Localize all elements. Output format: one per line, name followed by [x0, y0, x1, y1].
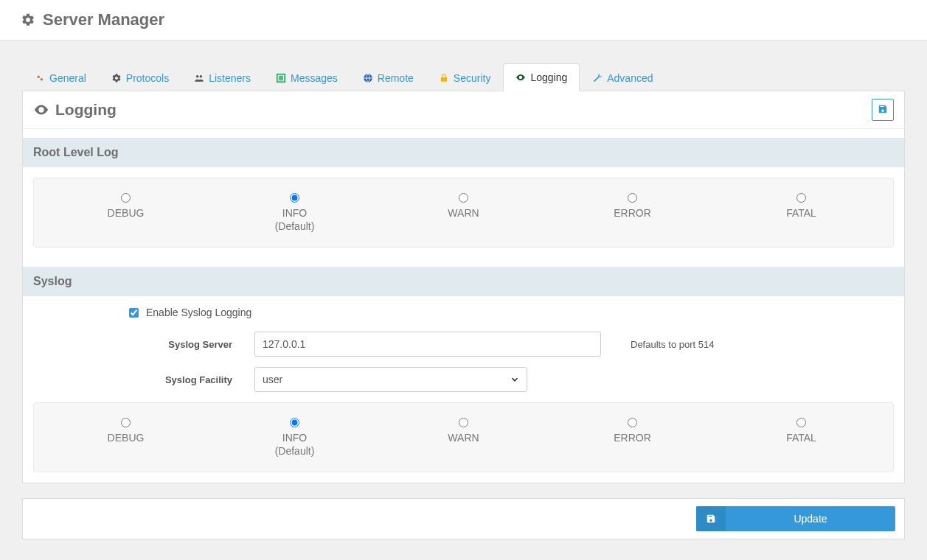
tab-label: Protocols — [126, 72, 169, 84]
eye-icon — [33, 102, 49, 118]
list-icon — [276, 73, 286, 83]
tab-label: Listeners — [209, 72, 251, 84]
radio-fatal[interactable] — [796, 193, 806, 203]
page-title: Server Manager — [43, 10, 164, 29]
section-syslog: Syslog Enable Syslog Logging Syslog Serv… — [23, 267, 904, 483]
logging-panel: Logging Root Level Log DEBUG INFO (Defau… — [22, 91, 905, 483]
svg-point-1 — [41, 78, 44, 81]
radio-option-error: ERROR — [548, 418, 717, 457]
tab-messages[interactable]: Messages — [263, 63, 350, 91]
syslog-server-input[interactable] — [254, 332, 601, 357]
syslog-facility-row: Syslog Facility user — [33, 367, 894, 392]
globe-icon — [363, 73, 373, 83]
panel-title-row: Logging — [23, 91, 904, 129]
radio-option-debug: DEBUG — [41, 193, 210, 232]
panel-title: Logging — [55, 101, 117, 119]
syslog-server-label: Syslog Server — [33, 339, 254, 350]
radio-label: INFO — [210, 432, 379, 444]
svg-rect-9 — [441, 77, 447, 81]
radio-fatal[interactable] — [796, 418, 806, 427]
radio-warn[interactable] — [459, 193, 468, 203]
section-root-level-log: Root Level Log DEBUG INFO (Default) WARN — [23, 138, 904, 258]
lock-icon — [439, 73, 449, 83]
radio-label: INFO — [210, 207, 379, 219]
radio-label: DEBUG — [41, 207, 210, 219]
radio-option-info: INFO (Default) — [210, 418, 379, 457]
tab-general[interactable]: General — [22, 63, 99, 91]
root-log-level-radios: DEBUG INFO (Default) WARN ERROR FA — [33, 178, 894, 248]
tab-label: Logging — [530, 71, 567, 83]
radio-option-error: ERROR — [548, 193, 717, 232]
update-button-label: Update — [726, 506, 895, 531]
tab-remote[interactable]: Remote — [350, 63, 426, 91]
radio-error[interactable] — [628, 418, 637, 427]
section-header: Root Level Log — [23, 138, 904, 167]
radio-option-warn: WARN — [379, 193, 548, 232]
gear-icon — [21, 13, 35, 27]
svg-point-2 — [196, 74, 199, 77]
tab-label: Advanced — [607, 72, 653, 84]
footer-bar: Update — [22, 498, 905, 539]
syslog-server-row: Syslog Server Defaults to port 514 — [33, 332, 894, 357]
radio-debug[interactable] — [121, 418, 131, 427]
section-header: Syslog — [23, 267, 904, 296]
wrench-icon — [592, 73, 603, 83]
enable-syslog-label: Enable Syslog Logging — [146, 307, 251, 318]
syslog-server-hint: Defaults to port 514 — [601, 339, 714, 350]
group-icon — [194, 73, 204, 83]
enable-syslog-row: Enable Syslog Logging — [33, 307, 894, 318]
tabs: General Protocols Listeners Messages Rem… — [22, 63, 905, 91]
radio-info[interactable] — [290, 193, 299, 203]
page-header: Server Manager — [0, 0, 927, 41]
tab-label: General — [49, 72, 86, 84]
enable-syslog-checkbox[interactable] — [129, 308, 139, 318]
save-button[interactable] — [872, 99, 894, 121]
radio-option-fatal: FATAL — [717, 193, 886, 232]
svg-point-3 — [200, 74, 203, 77]
tab-label: Security — [454, 72, 491, 84]
tab-protocols[interactable]: Protocols — [99, 63, 181, 91]
radio-label: DEBUG — [41, 432, 210, 444]
tab-advanced[interactable]: Advanced — [580, 63, 665, 91]
update-button[interactable]: Update — [696, 506, 895, 531]
tab-security[interactable]: Security — [426, 63, 504, 91]
tab-label: Remote — [378, 72, 414, 84]
svg-point-0 — [38, 75, 41, 78]
eye-icon — [515, 72, 526, 83]
radio-option-debug: DEBUG — [41, 418, 210, 457]
radio-option-warn: WARN — [379, 418, 548, 457]
save-icon — [696, 506, 726, 531]
radio-debug[interactable] — [121, 193, 131, 203]
syslog-facility-label: Syslog Facility — [33, 374, 254, 385]
radio-label: ERROR — [548, 432, 717, 444]
save-icon — [878, 104, 888, 116]
cog-icon — [35, 73, 45, 83]
radio-info[interactable] — [290, 418, 299, 427]
radio-label: WARN — [379, 432, 548, 444]
radio-error[interactable] — [628, 193, 637, 203]
radio-label: ERROR — [548, 207, 717, 219]
radio-sublabel: (Default) — [210, 445, 379, 457]
radio-option-fatal: FATAL — [717, 418, 886, 457]
radio-label: FATAL — [717, 432, 886, 444]
radio-label: WARN — [379, 207, 548, 219]
tab-listeners[interactable]: Listeners — [181, 63, 263, 91]
radio-sublabel: (Default) — [210, 220, 379, 232]
gear-icon — [111, 73, 122, 83]
radio-label: FATAL — [717, 207, 886, 219]
syslog-facility-select[interactable]: user — [254, 367, 527, 392]
tab-logging[interactable]: Logging — [503, 63, 580, 91]
syslog-level-radios: DEBUG INFO (Default) WARN ERROR FA — [33, 402, 894, 472]
tab-label: Messages — [291, 72, 338, 84]
radio-warn[interactable] — [459, 418, 468, 427]
radio-option-info: INFO (Default) — [210, 193, 379, 232]
